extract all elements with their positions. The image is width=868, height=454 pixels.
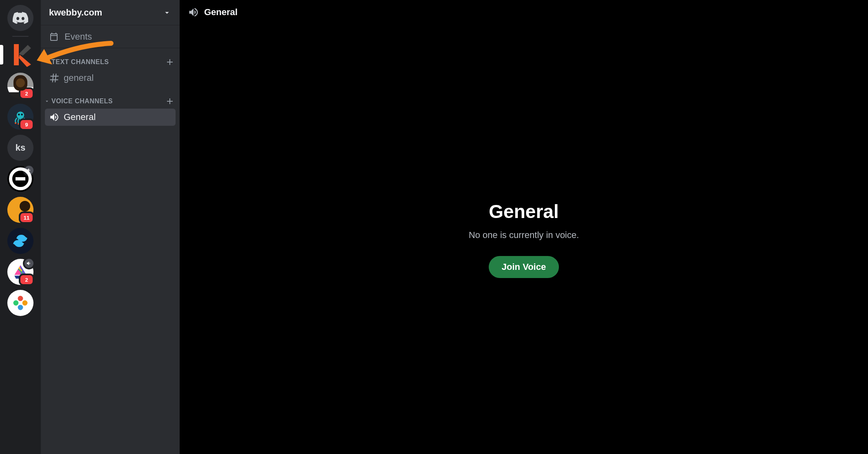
join-voice-button[interactable]: Join Voice <box>489 256 559 278</box>
server-rail: 2 9 ks 11 <box>0 0 41 454</box>
main-content: General General No one is currently in v… <box>180 0 868 454</box>
kwebby-logo-icon <box>7 42 33 68</box>
server-initials: ks <box>16 142 25 153</box>
svg-point-7 <box>18 296 23 301</box>
multicolor-icon <box>11 294 29 312</box>
server-badge: 2 <box>19 274 34 286</box>
svg-point-8 <box>22 300 28 306</box>
hash-icon <box>49 73 60 83</box>
server-item-9[interactable]: 2 <box>7 259 33 285</box>
channel-item-general-voice[interactable]: General <box>45 109 176 126</box>
svg-point-10 <box>13 300 19 306</box>
svg-point-3 <box>15 122 16 124</box>
server-item-direct-messages[interactable] <box>7 5 33 31</box>
events-button[interactable]: Events <box>41 25 180 48</box>
voice-empty-state: General No one is currently in voice. Jo… <box>180 24 868 454</box>
speaker-icon <box>49 112 60 122</box>
voice-activity-indicator <box>23 164 35 176</box>
tailwind-icon <box>11 231 30 251</box>
voice-channel-title: General <box>489 200 559 223</box>
channel-name: General <box>64 112 96 122</box>
server-item-6[interactable] <box>7 166 33 192</box>
category-label: VOICE CHANNELS <box>51 98 113 105</box>
speaker-icon <box>188 7 199 18</box>
server-item-4[interactable]: 9 <box>7 104 33 130</box>
server-badge: 11 <box>19 211 34 224</box>
category-label: TEXT CHANNELS <box>51 58 109 66</box>
speaker-icon <box>26 260 32 266</box>
svg-point-2 <box>21 114 23 116</box>
discord-logo-icon <box>13 10 28 26</box>
add-channel-icon[interactable] <box>165 57 175 67</box>
calendar-icon <box>49 32 59 42</box>
channel-header-title: General <box>204 7 238 18</box>
speaker-icon <box>26 167 32 173</box>
server-item-10[interactable] <box>7 290 33 316</box>
voice-channel-subtitle: No one is currently in voice. <box>469 230 579 240</box>
channel-sidebar: kwebby.com Events TEXT CHANNELS general … <box>41 0 180 454</box>
chevron-down-icon <box>44 59 50 65</box>
chevron-down-icon <box>162 8 171 17</box>
svg-point-9 <box>18 305 23 310</box>
server-item-8[interactable] <box>7 228 33 254</box>
server-item-7[interactable]: 11 <box>7 197 33 223</box>
category-voice-channels[interactable]: VOICE CHANNELS <box>41 87 180 108</box>
server-item-kwebby[interactable] <box>7 42 33 68</box>
svg-point-1 <box>18 114 20 116</box>
svg-point-0 <box>17 111 24 119</box>
server-header-dropdown[interactable]: kwebby.com <box>41 0 180 25</box>
server-badge: 9 <box>19 118 34 131</box>
server-rail-divider <box>12 36 29 37</box>
svg-point-11 <box>18 301 22 305</box>
channel-header: General <box>180 0 868 24</box>
server-name: kwebby.com <box>49 7 102 18</box>
channel-name: general <box>64 73 93 83</box>
events-label: Events <box>65 31 92 42</box>
selected-server-pill <box>0 45 3 65</box>
app-root: 2 9 ks 11 <box>0 0 868 454</box>
voice-activity-indicator <box>23 257 35 269</box>
server-item-3[interactable]: 2 <box>7 73 33 99</box>
server-badge: 2 <box>19 87 34 100</box>
category-text-channels[interactable]: TEXT CHANNELS <box>41 48 180 69</box>
channel-item-general-text[interactable]: general <box>45 69 176 87</box>
add-channel-icon[interactable] <box>165 96 175 106</box>
server-item-ks[interactable]: ks <box>7 135 33 161</box>
chevron-down-icon <box>44 98 50 104</box>
